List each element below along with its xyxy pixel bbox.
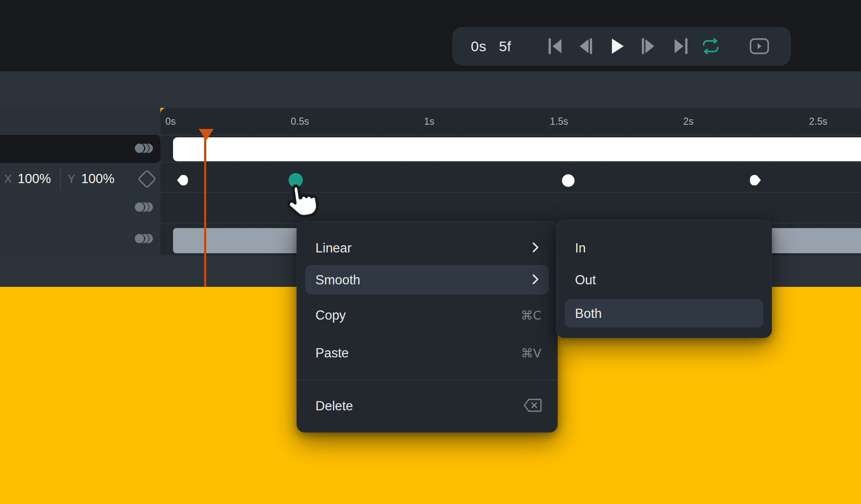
menu-item-label: Linear [315, 241, 352, 256]
loop-toggle[interactable] [701, 38, 720, 55]
pointer-hand-cursor [281, 180, 321, 223]
toolbar-band [0, 71, 861, 108]
preview-button[interactable] [749, 38, 769, 55]
x-value-field[interactable]: 100% [18, 171, 51, 186]
top-header: 0s 5f [0, 0, 861, 71]
menu-item-label: Copy [315, 308, 346, 323]
y-axis-label: Y [68, 173, 75, 186]
keyframe-ease-left[interactable] [176, 173, 190, 189]
xy-field-divider [60, 168, 61, 190]
previous-frame-button[interactable] [578, 38, 593, 55]
playback-toolbar: 0s 5f [452, 27, 791, 66]
selected-layer-row[interactable] [0, 135, 160, 163]
ruler-tick-05s: 0.5s [291, 116, 309, 127]
keyframe-circle[interactable] [562, 174, 575, 189]
playhead-line[interactable] [204, 130, 206, 287]
keyframe-context-menu: Linear Smooth Copy ⌘C Paste ⌘V Delete [297, 221, 558, 433]
animation-editor: 0s 5f [0, 0, 861, 504]
backspace-icon [523, 398, 542, 414]
menu-separator [297, 379, 557, 380]
timeline-ruler[interactable]: 0s 0.5s 1s 1.5s 2s 2.5s [160, 108, 861, 136]
menu-item-label: In [575, 241, 586, 256]
track-row-empty [160, 193, 861, 224]
chevron-right-icon [532, 242, 539, 255]
animated-property-icon [134, 233, 154, 246]
ruler-tick-25s: 2.5s [809, 116, 827, 127]
chevron-right-icon [532, 274, 539, 286]
menu-item-label: Out [575, 273, 596, 288]
menu-item-shortcut: ⌘C [521, 308, 541, 323]
ruler-tick-2s: 2s [683, 116, 693, 127]
clip-bar-white[interactable] [173, 137, 861, 161]
menu-item-label: Both [575, 306, 602, 321]
property-row-3 [0, 223, 160, 255]
time-display: 0s 5f [471, 27, 511, 66]
ruler-tick-15s: 1.5s [550, 116, 568, 127]
y-value-field[interactable]: 100% [81, 171, 114, 186]
menu-item-label: Smooth [315, 273, 360, 288]
time-frames: 5f [499, 38, 511, 55]
skip-to-end-button[interactable] [673, 38, 688, 55]
menu-item-label: Paste [315, 346, 349, 361]
animated-property-icon [134, 201, 154, 215]
time-seconds: 0s [471, 38, 486, 55]
menu-item-shortcut: ⌘V [521, 346, 541, 360]
ruler-tick-1s: 1s [424, 116, 434, 127]
keyframe-diamond-icon[interactable] [140, 172, 154, 186]
animated-property-icon [134, 142, 154, 156]
menu-item-label: Delete [315, 399, 353, 414]
scale-property-row: X 100% Y 100% [0, 163, 160, 195]
next-frame-button[interactable] [640, 38, 656, 55]
property-row-2 [0, 192, 160, 223]
ruler-tick-0s: 0s [165, 116, 176, 127]
x-axis-label: X [4, 173, 12, 186]
smooth-submenu: In Out Both [556, 220, 772, 338]
play-button[interactable] [610, 37, 625, 55]
skip-to-start-button[interactable] [548, 38, 563, 55]
keyframe-ease-right[interactable] [748, 173, 762, 189]
playhead-handle[interactable] [198, 129, 214, 142]
